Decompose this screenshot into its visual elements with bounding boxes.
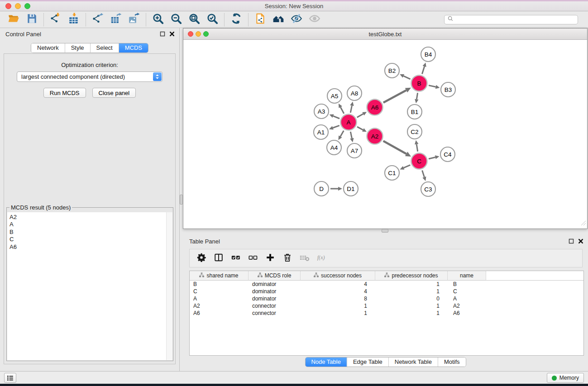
table-cell[interactable]: A [448, 295, 486, 302]
tab-network[interactable]: Network [31, 43, 65, 52]
export-network-button[interactable] [89, 13, 107, 27]
table-cell[interactable]: dominator [249, 295, 301, 302]
select-all-button[interactable] [229, 251, 243, 265]
float-panel-icon[interactable] [569, 238, 574, 244]
delete-column-button[interactable] [280, 251, 294, 265]
save-session-button[interactable] [23, 13, 41, 27]
table-cell[interactable]: dominator [249, 288, 301, 295]
table-cell[interactable]: A [190, 295, 249, 302]
float-panel-icon[interactable] [160, 31, 165, 37]
graph-edge-A-A4[interactable] [340, 131, 344, 137]
graph-edge-C-C4[interactable] [429, 157, 435, 159]
table-row[interactable]: Cdominator41C [190, 288, 583, 295]
zoom-out-button[interactable] [167, 13, 185, 27]
table-cell[interactable]: A2 [448, 302, 486, 310]
mcds-result-item[interactable]: A2 [10, 214, 172, 221]
add-column-button[interactable] [263, 251, 277, 265]
table-cell[interactable]: 4 [301, 281, 375, 288]
home-button[interactable] [269, 13, 287, 27]
export-image-button[interactable] [125, 13, 143, 27]
table-cell[interactable]: 1 [375, 310, 448, 317]
tab-node-table[interactable]: Node Table [305, 357, 347, 367]
graph-edge-A2-C[interactable] [383, 141, 406, 154]
graph-edge-B-B2[interactable] [403, 76, 410, 79]
table-cell[interactable]: dominator [249, 281, 301, 288]
resize-grip-icon[interactable] [581, 219, 586, 228]
graph-edge-A-A6[interactable] [357, 114, 363, 118]
tab-style[interactable]: Style [65, 43, 90, 52]
column-header-successor-nodes[interactable]: successor nodes [301, 271, 375, 281]
export-table-button[interactable] [107, 13, 125, 27]
table-cell[interactable]: 1 [301, 310, 375, 317]
table-cell[interactable]: 0 [375, 295, 448, 302]
column-header-shared-name[interactable]: shared name [190, 271, 249, 281]
table-cell[interactable]: 1 [375, 288, 448, 295]
graph-edge-A-A5[interactable] [340, 107, 344, 114]
mcds-result-item[interactable]: A6 [10, 243, 172, 251]
search-box[interactable] [444, 15, 578, 24]
graph-edge-A-A3[interactable] [333, 116, 339, 119]
mcds-result-item[interactable]: C [10, 236, 172, 243]
graph-edge-B-B4[interactable] [422, 67, 424, 74]
graph-edge-A6-B[interactable] [383, 90, 406, 102]
zoom-selected-button[interactable] [203, 13, 221, 27]
import-network-button[interactable] [47, 13, 65, 27]
graph-edge-A-A1[interactable] [333, 125, 339, 128]
close-panel-icon[interactable] [578, 238, 583, 244]
hide-graphics-details-button[interactable] [287, 13, 306, 27]
table-cell[interactable]: 1 [301, 302, 375, 310]
open-file-button[interactable] [5, 13, 23, 27]
show-columns-button[interactable] [211, 251, 225, 265]
tab-network-table[interactable]: Network Table [388, 357, 438, 367]
table-cell[interactable]: 4 [301, 288, 375, 295]
criterion-dropdown[interactable]: largest connected component (directed) [17, 71, 163, 82]
table-settings-button[interactable] [194, 251, 208, 265]
show-task-history-button[interactable] [4, 373, 16, 383]
graph-edge-A-A7[interactable] [350, 132, 352, 138]
network-from-file-button[interactable] [251, 13, 269, 27]
table-row[interactable]: Bdominator41B [190, 281, 583, 288]
table-cell[interactable]: 1 [375, 302, 448, 310]
tab-edge-table[interactable]: Edge Table [347, 357, 388, 367]
graph-edge-C-C1[interactable] [404, 165, 411, 168]
horizontal-splitter-handle[interactable] [382, 229, 388, 233]
column-header-MCDS-role[interactable]: MCDS role [249, 271, 301, 281]
graph-edge-A-A2[interactable] [357, 127, 363, 130]
table-cell[interactable]: connector [249, 302, 301, 310]
graph-edge-B-B3[interactable] [429, 86, 436, 87]
graph-edge-A-A8[interactable] [350, 105, 352, 112]
table-cell[interactable]: C [190, 288, 249, 295]
graph-edge-C-C3[interactable] [422, 170, 425, 177]
table-cell[interactable]: A6 [190, 310, 249, 317]
memory-button[interactable]: Memory [547, 373, 584, 383]
column-header-predecessor-nodes[interactable]: predecessor nodes [375, 271, 448, 281]
table-row[interactable]: Adominator80A [190, 295, 583, 302]
import-table-button[interactable] [65, 13, 83, 27]
table-row[interactable]: A2connector11A2 [190, 302, 583, 310]
result-list-scrollbar[interactable] [166, 212, 172, 360]
table-cell[interactable]: B [190, 281, 249, 288]
table-row[interactable]: A6connector11A6 [190, 310, 583, 317]
close-panel-icon[interactable] [169, 31, 175, 37]
zoom-fit-button[interactable] [185, 13, 203, 27]
table-cell[interactable]: connector [249, 310, 301, 317]
network-canvas[interactable]: AA1A2A3A4A5A6A7A8BB1B2B3B4CC1C2C3C4DD1 [183, 40, 587, 229]
run-mcds-button[interactable]: Run MCDS [43, 88, 86, 98]
close-panel-button[interactable]: Close panel [92, 88, 136, 98]
table-cell[interactable]: B [448, 281, 486, 288]
table-cell[interactable]: C [448, 288, 486, 295]
table-cell[interactable]: 8 [301, 295, 375, 302]
vertical-splitter-handle[interactable] [180, 195, 183, 205]
tab-select[interactable]: Select [90, 43, 119, 52]
mcds-result-item[interactable]: B [10, 229, 172, 236]
graph-edge-C-C2[interactable] [416, 144, 417, 152]
table-cell[interactable]: A6 [448, 310, 486, 317]
table-cell[interactable]: A2 [190, 302, 249, 310]
graph-edge-B-B1[interactable] [416, 93, 417, 99]
column-header-name[interactable]: name [448, 271, 486, 281]
tab-mcds[interactable]: MCDS [119, 43, 148, 52]
zoom-in-button[interactable] [149, 13, 167, 27]
refresh-button[interactable] [227, 13, 245, 27]
search-input[interactable] [455, 16, 575, 23]
mcds-result-item[interactable]: A [10, 221, 172, 228]
